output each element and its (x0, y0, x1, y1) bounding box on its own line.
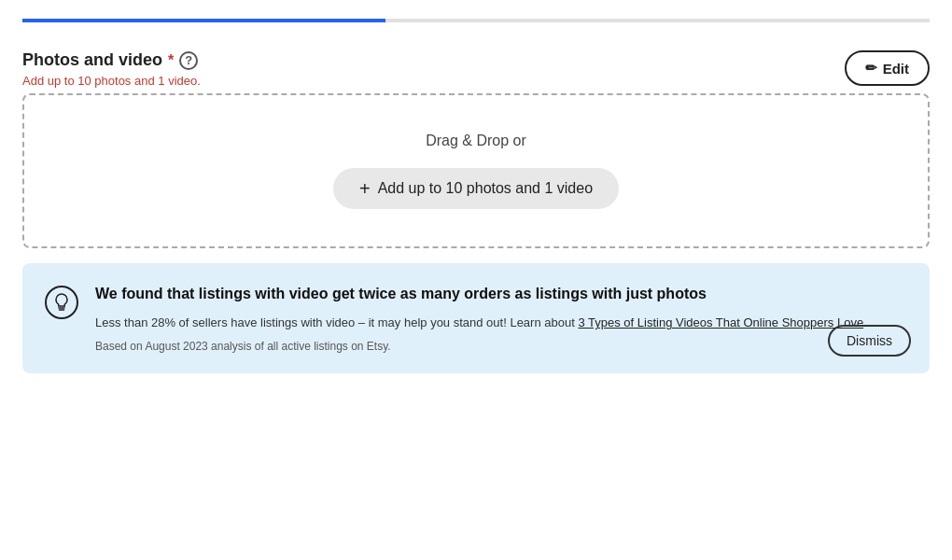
edit-button[interactable]: ✏ Edit (845, 50, 930, 86)
pencil-icon: ✏ (865, 60, 877, 77)
add-photos-button[interactable]: + Add up to 10 photos and 1 video (333, 168, 619, 209)
banner-title: We found that listings with video get tw… (95, 284, 907, 304)
dropzone[interactable]: Drag & Drop or + Add up to 10 photos and… (22, 93, 930, 248)
section-header: Photos and video * ? Add up to 10 photos… (22, 50, 930, 88)
banner-content: We found that listings with video get tw… (95, 284, 907, 353)
section-subtitle: Add up to 10 photos and 1 video. (22, 74, 201, 88)
dismiss-button[interactable]: Dismiss (828, 325, 911, 357)
page-container: Photos and video * ? Add up to 10 photos… (0, 0, 952, 392)
required-star: * (168, 52, 174, 69)
progress-bar (22, 19, 930, 22)
plus-icon: + (359, 179, 371, 198)
section-title: Photos and video * ? (22, 50, 201, 70)
banner-body-text: Less than 28% of sellers have listings w… (95, 314, 907, 332)
info-banner: We found that listings with video get tw… (22, 263, 930, 373)
banner-text-before-link: Less than 28% of sellers have listings w… (95, 315, 578, 329)
help-icon[interactable]: ? (179, 51, 198, 70)
lightbulb-icon (45, 286, 78, 319)
section-title-group: Photos and video * ? Add up to 10 photos… (22, 50, 201, 88)
add-button-label: Add up to 10 photos and 1 video (378, 180, 593, 197)
banner-footer-text: Based on August 2023 analysis of all act… (95, 340, 907, 353)
banner-link[interactable]: 3 Types of Listing Videos That Online Sh… (578, 315, 863, 329)
section-title-text: Photos and video (22, 50, 162, 70)
drag-drop-text: Drag & Drop or (426, 133, 526, 149)
edit-button-label: Edit (883, 61, 909, 77)
